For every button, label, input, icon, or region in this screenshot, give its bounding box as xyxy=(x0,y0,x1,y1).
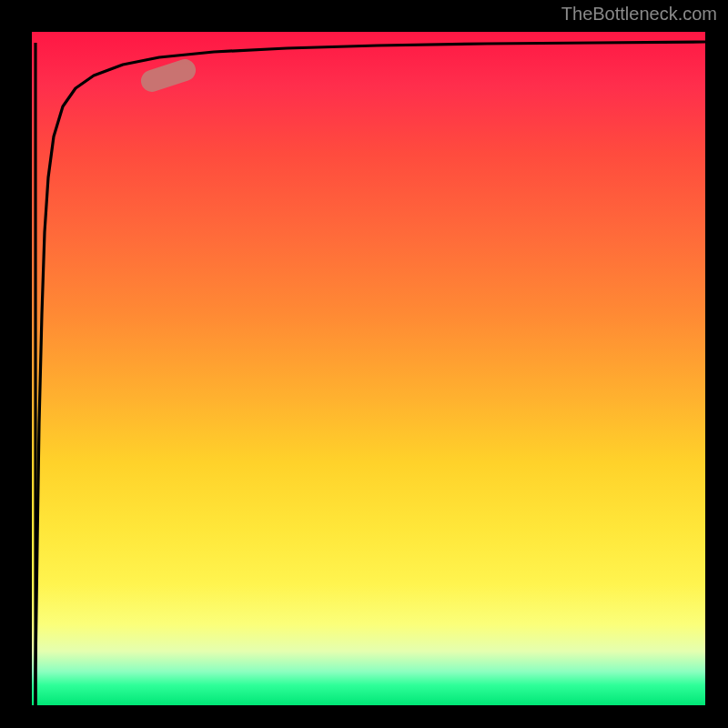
curve-path xyxy=(35,42,705,705)
bottleneck-curve xyxy=(32,32,705,705)
watermark-text: TheBottleneck.com xyxy=(561,4,717,25)
plot-area xyxy=(32,32,705,705)
